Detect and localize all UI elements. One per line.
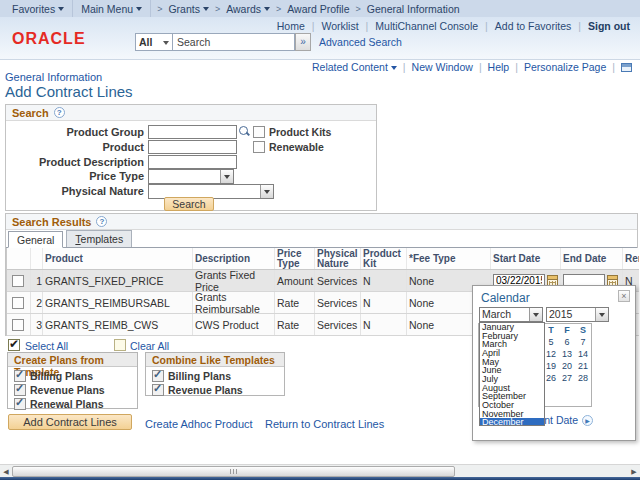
field-row-product-group: Product Group — [6, 125, 251, 139]
combine-billing-checkbox[interactable] — [152, 370, 164, 382]
month-select[interactable]: March — [479, 307, 543, 322]
breadcrumb-favorites[interactable]: Favorites — [8, 3, 68, 15]
related-content-link[interactable]: Related Content — [312, 61, 397, 73]
product-input[interactable] — [148, 140, 237, 154]
calendar-day — [559, 396, 575, 408]
search-button[interactable]: Search — [164, 197, 214, 211]
calendar-day[interactable]: 14 — [575, 348, 591, 360]
create-adhoc-product-link[interactable]: Create Adhoc Product — [145, 418, 253, 430]
month-option[interactable]: December — [480, 418, 544, 426]
calendar-day[interactable]: 20 — [559, 360, 575, 372]
renewal-plans-checkbox[interactable] — [14, 398, 26, 410]
product-group-input[interactable] — [148, 125, 237, 139]
row-select-checkbox[interactable] — [12, 319, 24, 331]
breadcrumb: Favorites Main Menu > Grants > Awards > … — [0, 0, 640, 17]
month-dropdown-list: JanuaryFebruaryMarchAprilMayJuneJulyAugu… — [479, 322, 545, 426]
calendar-day[interactable]: 13 — [559, 348, 575, 360]
header-checkbox-column — [7, 248, 30, 269]
help-icon[interactable]: ? — [96, 216, 107, 227]
results-tabs: General Templates — [6, 230, 637, 248]
search-scope-select[interactable]: All — [135, 33, 173, 51]
select-all-icon[interactable] — [8, 339, 20, 351]
combine-templates-title: Combine Like Templates — [146, 353, 284, 367]
calendar-day[interactable]: 27 — [559, 372, 575, 384]
calendar-day[interactable]: 26 — [543, 372, 559, 384]
billing-plans-checkbox[interactable] — [14, 370, 26, 382]
product-description-input[interactable] — [148, 155, 237, 169]
help-icon[interactable]: ? — [54, 107, 65, 118]
scroll-right-icon[interactable]: ▶ — [628, 466, 640, 477]
breadcrumb-grants[interactable]: Grants — [164, 3, 213, 15]
breadcrumb-general-information[interactable]: General Information — [363, 3, 464, 15]
clear-all-icon[interactable] — [114, 339, 126, 351]
tab-general[interactable]: General — [8, 231, 63, 248]
cell-product: GRANTS_FIXED_PRICE — [42, 270, 192, 291]
product-group-label: Product Group — [6, 126, 144, 138]
cell-description: Grants Fixed Price — [192, 270, 274, 291]
create-plans-title: Create Plans from Template — [8, 353, 137, 367]
weekday-label: T — [543, 324, 559, 336]
select-all-link[interactable]: Select All — [25, 340, 68, 352]
worklist-link[interactable]: Worklist — [321, 20, 358, 32]
next-month-icon[interactable]: ▶ — [582, 415, 593, 426]
price-type-select[interactable] — [148, 169, 234, 184]
row-select-checkbox[interactable] — [12, 297, 24, 309]
weekday-label: F — [559, 324, 575, 336]
clear-all-link[interactable]: Clear All — [130, 340, 169, 352]
field-row-product-description: Product Description — [6, 155, 237, 169]
search-group-header: Search ? — [6, 105, 376, 121]
new-window-link[interactable]: New Window — [412, 61, 473, 73]
search-scope-value: All — [139, 36, 152, 48]
section-link[interactable]: General Information — [5, 71, 102, 83]
breadcrumb-awards[interactable]: Awards — [222, 3, 274, 15]
weekday-label: S — [575, 324, 591, 336]
breadcrumb-label: Favorites — [12, 3, 55, 15]
breadcrumb-main-menu[interactable]: Main Menu — [77, 3, 146, 15]
revenue-plans-checkbox[interactable] — [14, 384, 26, 396]
row-select-checkbox[interactable] — [12, 275, 24, 287]
tab-templates[interactable]: Templates — [66, 230, 132, 247]
combine-revenue-checkbox[interactable] — [152, 384, 164, 396]
close-icon[interactable]: × — [618, 290, 630, 302]
combine-billing-option: Billing Plans — [152, 370, 284, 381]
year-select[interactable]: 2015 — [546, 307, 609, 322]
results-table-header: Product Description Price Type Physical … — [7, 248, 639, 270]
calendar-day[interactable]: 6 — [559, 336, 575, 348]
add-to-favorites-link[interactable]: Add to Favorites — [495, 20, 571, 32]
renewable-checkbox[interactable] — [253, 141, 265, 153]
global-search-input[interactable] — [173, 33, 295, 51]
utility-links: Home | Worklist | MultiChannel Console |… — [277, 20, 630, 32]
lookup-magnifier-icon[interactable] — [239, 126, 251, 138]
search-group-box: Search ? Product Group Product Product D… — [5, 104, 377, 211]
physical-nature-value — [149, 185, 260, 198]
search-go-button[interactable]: » — [295, 33, 311, 51]
calendar-day — [559, 384, 575, 396]
chevron-down-icon — [595, 308, 608, 321]
breadcrumb-award-profile[interactable]: Award Profile — [283, 3, 353, 15]
calendar-day[interactable]: 19 — [543, 360, 559, 372]
scrollbar-thumb[interactable] — [12, 466, 455, 477]
add-contract-lines-button[interactable]: Add Contract Lines — [8, 414, 132, 430]
help-link[interactable]: Help — [488, 61, 510, 73]
sign-out-link[interactable]: Sign out — [588, 20, 630, 32]
price-type-label: Price Type — [6, 170, 144, 182]
renewable-label: Renewable — [269, 141, 324, 153]
cell-physical-nature: Services — [314, 292, 360, 313]
return-to-contract-lines-link[interactable]: Return to Contract Lines — [265, 418, 384, 430]
calendar-day[interactable]: 12 — [543, 348, 559, 360]
calendar-day[interactable]: 5 — [543, 336, 559, 348]
calendar-day[interactable]: 28 — [575, 372, 591, 384]
calendar-day[interactable]: 21 — [575, 360, 591, 372]
advanced-search-link[interactable]: Advanced Search — [319, 36, 402, 48]
personalize-page-link[interactable]: Personalize Page — [524, 61, 606, 73]
home-link[interactable]: Home — [277, 20, 305, 32]
window-layout-icon[interactable] — [621, 63, 632, 72]
horizontal-scrollbar[interactable]: ◀ ▶ — [0, 464, 640, 477]
cell-description: CWS Product — [192, 314, 274, 335]
product-kits-checkbox[interactable] — [253, 126, 265, 138]
row-number: 2 — [30, 292, 42, 313]
scroll-left-icon[interactable]: ◀ — [0, 466, 12, 477]
multichannel-console-link[interactable]: MultiChannel Console — [375, 20, 478, 32]
breadcrumb-label: Main Menu — [81, 3, 133, 15]
calendar-day[interactable]: 7 — [575, 336, 591, 348]
